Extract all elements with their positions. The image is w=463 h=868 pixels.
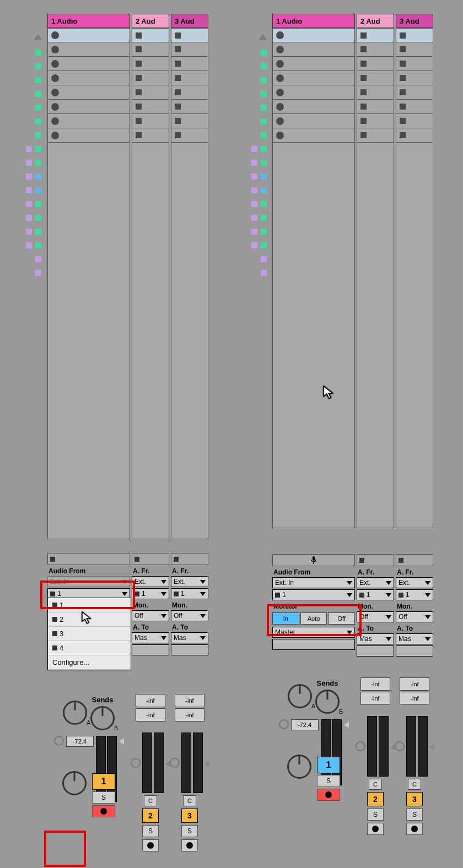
clip-slot[interactable]: [357, 114, 394, 128]
track-activator-button[interactable]: 3: [406, 792, 423, 806]
track-header-3[interactable]: 3 Aud: [396, 14, 433, 28]
input-channel-popup[interactable]: 1 2 3 4 Configure...: [47, 598, 131, 670]
clip-slot[interactable]: [132, 114, 169, 128]
clip-slot[interactable]: [171, 71, 208, 85]
scroll-up-icon[interactable]: [34, 34, 42, 40]
clip-slot[interactable]: [132, 85, 169, 100]
volume-value[interactable]: -72.4: [291, 719, 319, 730]
track-header-2[interactable]: 2 Aud: [132, 14, 169, 28]
solo-button[interactable]: S: [367, 809, 384, 821]
solo-button[interactable]: S: [92, 791, 115, 804]
clip-slot[interactable]: [357, 85, 394, 100]
audio-to-dropdown[interactable]: Mas: [171, 632, 208, 643]
clip-slot[interactable]: [272, 85, 355, 100]
channel-option[interactable]: 4: [48, 641, 131, 655]
send-value[interactable]: -inf: [175, 708, 204, 721]
scroll-up-icon[interactable]: [259, 34, 267, 40]
configure-option[interactable]: Configure...: [48, 655, 131, 670]
monitor-dropdown[interactable]: Off: [132, 610, 169, 621]
pan-value[interactable]: C: [144, 795, 157, 806]
arm-record-button[interactable]: [317, 789, 340, 801]
clip-slot[interactable]: [47, 42, 130, 57]
track-activator-button[interactable]: 2: [142, 809, 159, 823]
clip-slot[interactable]: [47, 100, 130, 114]
clip-slot[interactable]: [171, 28, 208, 42]
clip-slot[interactable]: [132, 100, 169, 114]
clip-slot[interactable]: [171, 114, 208, 128]
clip-slot[interactable]: [47, 128, 130, 143]
clip-slot[interactable]: [272, 57, 355, 71]
clip-slot[interactable]: [47, 57, 130, 71]
clip-slot[interactable]: [47, 85, 130, 100]
monitor-auto-button[interactable]: Auto: [300, 612, 327, 625]
clip-slot[interactable]: [396, 100, 433, 114]
send-value[interactable]: -inf: [136, 708, 165, 721]
arm-record-button[interactable]: [92, 805, 115, 817]
clip-slot[interactable]: [396, 85, 433, 100]
arm-record-button[interactable]: [406, 823, 423, 835]
clip-slot[interactable]: [132, 57, 169, 71]
clip-slot[interactable]: [132, 42, 169, 57]
solo-button[interactable]: S: [142, 825, 159, 837]
send-value[interactable]: -inf: [175, 694, 204, 707]
clip-slot[interactable]: [272, 42, 355, 57]
clip-slot[interactable]: [171, 100, 208, 114]
clip-slot[interactable]: [396, 42, 433, 57]
monitor-off-button[interactable]: Off: [328, 612, 355, 625]
clip-slot[interactable]: [272, 100, 355, 114]
clip-slot[interactable]: [132, 71, 169, 85]
track-activator-button[interactable]: 2: [367, 792, 384, 806]
clip-slot[interactable]: [47, 71, 130, 85]
clip-slot[interactable]: [171, 85, 208, 100]
clip-slot[interactable]: [47, 28, 130, 42]
track-activator-button[interactable]: 1: [92, 773, 115, 790]
clip-slot[interactable]: [396, 114, 433, 128]
channel-option[interactable]: 1: [48, 598, 131, 612]
arm-record-button[interactable]: [142, 839, 159, 851]
monitor-in-button[interactable]: In: [272, 612, 299, 625]
clip-slot[interactable]: [396, 71, 433, 85]
clip-slot[interactable]: [357, 128, 394, 143]
audio-to-dropdown[interactable]: Mas: [132, 632, 169, 643]
clip-slot[interactable]: [171, 128, 208, 143]
track-activator-button[interactable]: 1: [317, 757, 340, 773]
clip-slot[interactable]: [357, 71, 394, 85]
clip-slot[interactable]: [357, 57, 394, 71]
clip-slot[interactable]: [357, 100, 394, 114]
clip-slot[interactable]: [396, 57, 433, 71]
arm-record-button[interactable]: [367, 823, 384, 835]
solo-button[interactable]: S: [317, 775, 340, 787]
audio-to-dropdown[interactable]: Master: [272, 627, 355, 638]
clip-slot[interactable]: [272, 71, 355, 85]
clip-slot[interactable]: [396, 28, 433, 42]
track-header-2[interactable]: 2 Aud: [357, 14, 394, 28]
track-header-1[interactable]: 1 Audio: [272, 14, 355, 28]
clip-slot[interactable]: [357, 42, 394, 57]
clip-slot[interactable]: [272, 114, 355, 128]
clip-slot[interactable]: [47, 114, 130, 128]
clip-slot[interactable]: [132, 28, 169, 42]
solo-button[interactable]: S: [181, 825, 198, 837]
audio-from-dropdown[interactable]: Ext. In: [272, 577, 355, 588]
clip-slot[interactable]: [171, 57, 208, 71]
clip-slot[interactable]: [272, 28, 355, 42]
input-channel-dropdown[interactable]: 1: [132, 588, 169, 599]
send-value[interactable]: -inf: [136, 694, 165, 707]
clip-slot[interactable]: [171, 42, 208, 57]
clip-slot[interactable]: [357, 28, 394, 42]
audio-from-dropdown[interactable]: Ext. In: [47, 576, 130, 587]
solo-button[interactable]: S: [406, 809, 423, 821]
track-header-1[interactable]: 1 Audio: [47, 14, 130, 28]
input-channel-dropdown[interactable]: 1: [272, 589, 355, 600]
audio-from-dropdown[interactable]: Ext.: [132, 576, 169, 587]
clip-slot[interactable]: [396, 128, 433, 143]
channel-option[interactable]: 3: [48, 627, 131, 641]
monitor-dropdown[interactable]: Off: [171, 610, 208, 621]
clip-slot[interactable]: [132, 128, 169, 143]
track-header-3[interactable]: 3 Aud: [171, 14, 208, 28]
input-channel-dropdown[interactable]: 1: [171, 588, 208, 599]
volume-value[interactable]: -72.4: [66, 736, 94, 747]
arm-record-button[interactable]: [181, 839, 198, 851]
track-activator-button[interactable]: 3: [181, 809, 198, 823]
clip-slot[interactable]: [272, 128, 355, 143]
